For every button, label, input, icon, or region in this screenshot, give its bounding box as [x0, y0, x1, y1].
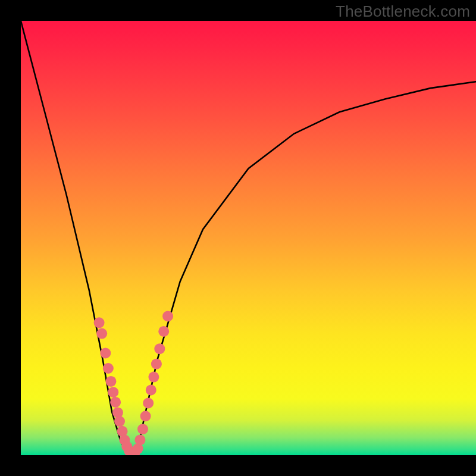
right-cluster-dots — [134, 434, 145, 445]
left-cluster-dots — [100, 347, 111, 358]
left-cluster-dots — [110, 397, 121, 408]
right-cluster-dots — [146, 385, 156, 396]
watermark-text: TheBottleneck.com — [336, 2, 470, 21]
left-cluster-dots — [94, 317, 105, 328]
bottleneck-curve — [21, 21, 476, 455]
right-cluster-dots — [154, 343, 165, 354]
left-cluster-dots — [108, 387, 118, 397]
left-cluster-dots — [105, 376, 116, 387]
right-cluster-dots — [140, 411, 151, 421]
right-cluster-dots — [158, 326, 169, 337]
right-cluster-dots — [137, 424, 148, 434]
right-cluster-dots — [151, 359, 162, 369]
right-cluster-dots — [143, 397, 154, 408]
chart-frame: TheBottleneck.com — [0, 0, 476, 476]
chart-svg — [21, 21, 476, 455]
right-cluster-dots — [162, 311, 173, 321]
left-cluster-dots — [114, 416, 125, 427]
right-cluster-dots — [148, 372, 159, 383]
marker-dots — [94, 311, 174, 455]
left-cluster-dots — [103, 363, 114, 374]
left-cluster-dots — [96, 328, 107, 339]
plot-area — [21, 21, 476, 455]
